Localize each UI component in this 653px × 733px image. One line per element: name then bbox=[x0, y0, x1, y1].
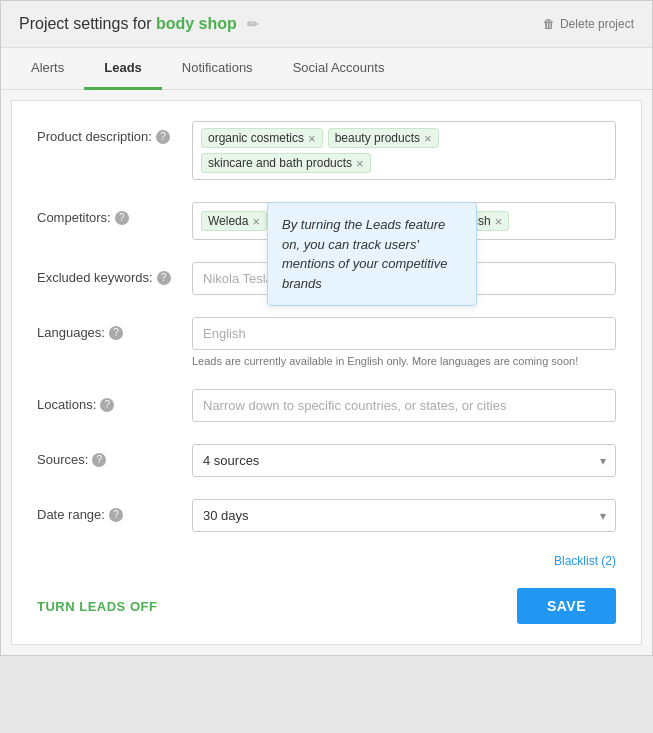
sources-field: 4 sources ▾ bbox=[192, 444, 616, 477]
competitors-field: Weleda × L'Occitane × Yves Rocher × Lush… bbox=[192, 202, 616, 240]
blacklist-row: Blacklist (2) bbox=[37, 554, 616, 568]
locations-row: Locations: ? bbox=[37, 389, 616, 422]
tag-organic-cosmetics: organic cosmetics × bbox=[201, 128, 323, 148]
header-title: Project settings for body shop ✏ bbox=[19, 15, 259, 33]
tag-remove-lush[interactable]: × bbox=[495, 215, 503, 228]
edit-icon[interactable]: ✏ bbox=[247, 16, 259, 32]
locations-input[interactable] bbox=[192, 389, 616, 422]
competitors-help-icon[interactable]: ? bbox=[115, 211, 129, 225]
main-window: Project settings for body shop ✏ 🗑 Delet… bbox=[0, 0, 653, 656]
tag-text: Weleda bbox=[208, 214, 248, 228]
tag-weleda: Weleda × bbox=[201, 211, 267, 231]
date-range-row: Date range: ? 30 days ▾ bbox=[37, 499, 616, 532]
sources-label: Sources: ? bbox=[37, 444, 192, 467]
date-range-help-icon[interactable]: ? bbox=[109, 508, 123, 522]
save-button[interactable]: SAVE bbox=[517, 588, 616, 624]
tab-leads[interactable]: Leads bbox=[84, 48, 162, 90]
product-description-label: Product description: ? bbox=[37, 121, 192, 144]
form-content: Product description: ? organic cosmetics… bbox=[11, 100, 642, 645]
header: Project settings for body shop ✏ 🗑 Delet… bbox=[1, 1, 652, 48]
product-tags-input[interactable]: organic cosmetics × beauty products × sk… bbox=[192, 121, 616, 180]
languages-row: Languages: ? Leads are currently availab… bbox=[37, 317, 616, 367]
product-description-row: Product description: ? organic cosmetics… bbox=[37, 121, 616, 180]
title-prefix: Project settings for bbox=[19, 15, 152, 32]
locations-label: Locations: ? bbox=[37, 389, 192, 412]
competitors-row: Competitors: ? Weleda × L'Occitane × Yve… bbox=[37, 202, 616, 240]
date-range-label: Date range: ? bbox=[37, 499, 192, 522]
tab-alerts[interactable]: Alerts bbox=[11, 48, 84, 90]
languages-help-icon[interactable]: ? bbox=[109, 326, 123, 340]
tag-skincare: skincare and bath products × bbox=[201, 153, 371, 173]
excluded-keywords-label: Excluded keywords: ? bbox=[37, 262, 192, 285]
languages-label: Languages: ? bbox=[37, 317, 192, 340]
tab-bar: Alerts Leads Notifications Social Accoun… bbox=[1, 48, 652, 90]
product-description-help-icon[interactable]: ? bbox=[156, 130, 170, 144]
actions-row: TURN LEADS OFF SAVE bbox=[37, 583, 616, 624]
locations-field bbox=[192, 389, 616, 422]
competitors-label: Competitors: ? bbox=[37, 202, 192, 225]
date-range-select[interactable]: 30 days bbox=[192, 499, 616, 532]
sources-row: Sources: ? 4 sources ▾ bbox=[37, 444, 616, 477]
blacklist-link[interactable]: Blacklist (2) bbox=[554, 554, 616, 568]
languages-input[interactable] bbox=[192, 317, 616, 350]
tag-beauty-products: beauty products × bbox=[328, 128, 439, 148]
locations-help-icon[interactable]: ? bbox=[100, 398, 114, 412]
delete-project-label: Delete project bbox=[560, 17, 634, 31]
product-description-field: organic cosmetics × beauty products × sk… bbox=[192, 121, 616, 180]
excluded-keywords-help-icon[interactable]: ? bbox=[157, 271, 171, 285]
sources-select[interactable]: 4 sources bbox=[192, 444, 616, 477]
delete-project-button[interactable]: 🗑 Delete project bbox=[543, 17, 634, 31]
project-name: body shop bbox=[156, 15, 237, 32]
languages-hint: Leads are currently available in English… bbox=[192, 355, 616, 367]
tab-notifications[interactable]: Notifications bbox=[162, 48, 273, 90]
tag-text: beauty products bbox=[335, 131, 420, 145]
tab-social-accounts[interactable]: Social Accounts bbox=[273, 48, 405, 90]
competitors-tooltip: By turning the Leads feature on, you can… bbox=[267, 202, 477, 306]
tag-text: skincare and bath products bbox=[208, 156, 352, 170]
sources-help-icon[interactable]: ? bbox=[92, 453, 106, 467]
tag-remove-organic[interactable]: × bbox=[308, 132, 316, 145]
languages-field: Leads are currently available in English… bbox=[192, 317, 616, 367]
tag-remove-skincare[interactable]: × bbox=[356, 157, 364, 170]
tooltip-text: By turning the Leads feature on, you can… bbox=[282, 217, 447, 291]
tag-text: organic cosmetics bbox=[208, 131, 304, 145]
tag-remove-weleda[interactable]: × bbox=[252, 215, 260, 228]
tag-remove-beauty[interactable]: × bbox=[424, 132, 432, 145]
turn-leads-off-button[interactable]: TURN LEADS OFF bbox=[37, 599, 157, 614]
trash-icon: 🗑 bbox=[543, 17, 555, 31]
date-range-field: 30 days ▾ bbox=[192, 499, 616, 532]
